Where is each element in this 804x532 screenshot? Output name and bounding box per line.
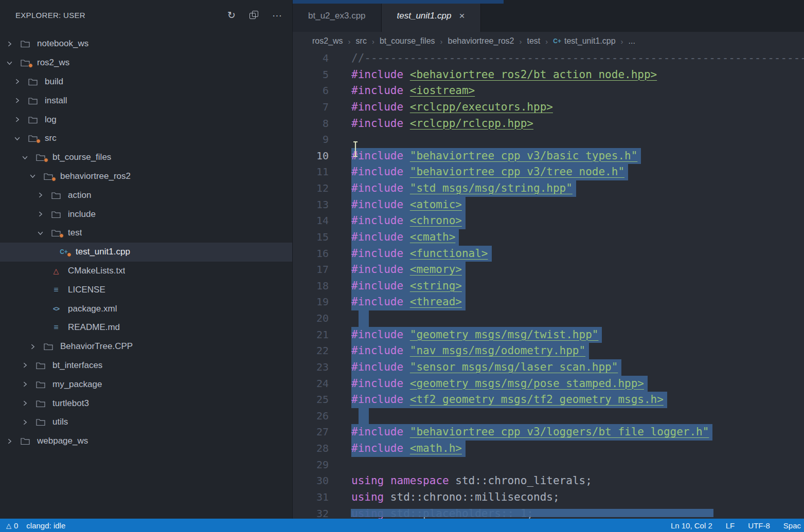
tab-test_unit1.cpp[interactable]: test_unit1.cpp×	[382, 0, 481, 32]
code-line-22[interactable]: 22#include "nav_msgs/msg/odometry.hpp"	[293, 343, 804, 359]
code-line-20[interactable]: 20	[293, 310, 804, 327]
chevron-right-icon[interactable]	[14, 97, 27, 104]
code-line-30[interactable]: 30using namespace std::chrono_literals;	[293, 473, 804, 489]
code-line-28[interactable]: 28#include <math.h>	[293, 441, 804, 457]
code-line-19[interactable]: 19#include <thread>	[293, 294, 804, 310]
code-text[interactable]: #include <rclcpp/executors.hpp>	[351, 99, 553, 116]
chevron-right-icon[interactable]	[6, 41, 20, 47]
code-line-18[interactable]: 18#include <string>	[293, 278, 804, 295]
breadcrumb-item-test[interactable]: test	[527, 36, 541, 46]
chevron-right-icon[interactable]	[29, 343, 43, 350]
code-text[interactable]: #include "behaviortree_cpp_v3/tree_node.…	[351, 164, 628, 180]
chevron-down-icon[interactable]	[29, 173, 43, 179]
code-line-8[interactable]: 8#include <rclcpp/rclcpp.hpp>	[293, 116, 804, 132]
tree-folder-BehaviorTree.CPP[interactable]: BehaviorTree.CPP	[0, 337, 292, 356]
tree-file-test_unit1.cpp[interactable]: C+test_unit1.cpp	[0, 243, 292, 262]
status-lf[interactable]: LF	[726, 521, 735, 530]
refresh-icon[interactable]: ↻	[227, 10, 236, 20]
horizontal-scrollbar[interactable]	[351, 509, 713, 517]
chevron-down-icon[interactable]	[37, 230, 50, 236]
status-clangd-idle[interactable]: clangd: idle	[26, 521, 65, 530]
tree-file-CMakeLists.txt[interactable]: △CMakeLists.txt	[0, 262, 292, 281]
code-text[interactable]: #include <iostream>	[351, 83, 475, 99]
tree-folder-utils[interactable]: utils	[0, 413, 292, 432]
code-text[interactable]: #include <geometry_msgs/msg/pose_stamped…	[351, 376, 648, 392]
chevron-right-icon[interactable]	[14, 78, 27, 85]
code-text[interactable]: #include <string>	[351, 278, 466, 295]
tab-bt_u2_ex3.cpp[interactable]: bt_u2_ex3.cpp	[293, 0, 382, 32]
code-line-9[interactable]: 9	[293, 132, 804, 148]
breadcrumb-item-ros2_ws[interactable]: ros2_ws	[312, 36, 343, 46]
tree-folder-log[interactable]: log	[0, 110, 292, 129]
code-text[interactable]: //--------------------------------------…	[351, 50, 804, 67]
chevron-down-icon[interactable]	[14, 135, 27, 142]
code-line-23[interactable]: 23#include "sensor_msgs/msg/laser_scan.h…	[293, 359, 804, 376]
tree-folder-webpage_ws[interactable]: webpage_ws	[0, 432, 292, 451]
chevron-down-icon[interactable]	[22, 154, 35, 161]
tree-folder-test[interactable]: test	[0, 224, 292, 243]
tree-folder-include[interactable]: include	[0, 205, 292, 224]
code-text[interactable]: #include <memory>	[351, 262, 466, 278]
chevron-right-icon[interactable]	[14, 116, 27, 123]
code-line-13[interactable]: 13#include <atomic>	[293, 197, 804, 213]
code-line-15[interactable]: 15#include <cmath>	[293, 229, 804, 246]
tree-folder-install[interactable]: install	[0, 91, 292, 110]
code-text[interactable]: #include <rclcpp/rclcpp.hpp>	[351, 116, 533, 132]
tree-folder-bt_interfaces[interactable]: bt_interfaces	[0, 356, 292, 375]
tree-folder-bt_course_files[interactable]: bt_course_files	[0, 148, 292, 167]
tree-file-LICENSE[interactable]: ≡LICENSE	[0, 280, 292, 299]
code-text[interactable]: using std::chrono::milliseconds;	[351, 489, 560, 506]
tree-folder-my_package[interactable]: my_package	[0, 375, 292, 394]
tree-folder-notebook_ws[interactable]: notebook_ws	[0, 34, 292, 53]
code-line-26[interactable]: 26	[293, 408, 804, 425]
code-text[interactable]: #include "geometry_msgs/msg/twist.hpp"	[351, 327, 602, 343]
chevron-right-icon[interactable]	[22, 362, 35, 369]
code-text[interactable]: #include <math.h>	[351, 441, 466, 457]
code-text[interactable]: #include <cmath>	[351, 229, 459, 246]
code-text[interactable]: #include <atomic>	[351, 197, 466, 213]
chevron-right-icon[interactable]	[37, 192, 50, 198]
tree-folder-action[interactable]: action	[0, 186, 292, 205]
chevron-right-icon[interactable]	[22, 381, 35, 388]
breadcrumb-item-test_unit1.cpp[interactable]: C+test_unit1.cpp	[553, 36, 615, 46]
chevron-right-icon[interactable]	[22, 419, 35, 426]
code-line-17[interactable]: 17#include <memory>	[293, 262, 804, 278]
code-text[interactable]: #include "sensor_msgs/msg/laser_scan.hpp…	[351, 359, 621, 376]
close-icon[interactable]: ×	[459, 10, 464, 22]
code-line-4[interactable]: 4//-------------------------------------…	[293, 50, 804, 67]
code-line-25[interactable]: 25#include <tf2_geometry_msgs/tf2_geomet…	[293, 392, 804, 408]
status-ln-10-col-2[interactable]: Ln 10, Col 2	[671, 521, 712, 530]
code-line-21[interactable]: 21#include "geometry_msgs/msg/twist.hpp"	[293, 327, 804, 343]
code-line-16[interactable]: 16#include <functional>	[293, 246, 804, 262]
code-text[interactable]: #include <tf2_geometry_msgs/tf2_geometry…	[351, 392, 667, 408]
code-text[interactable]: #include <thread>	[351, 294, 466, 310]
code-line-10[interactable]: 10#include "behaviortree_cpp_v3/basic_ty…	[293, 148, 804, 164]
tree-file-README.md[interactable]: ≡README.md	[0, 318, 292, 337]
code-line-14[interactable]: 14#include <chrono>	[293, 213, 804, 229]
tree-folder-ros2_ws[interactable]: ros2_ws	[0, 53, 292, 72]
chevron-down-icon[interactable]	[6, 60, 20, 66]
breadcrumb-item-behaviortree_ros2[interactable]: behaviortree_ros2	[448, 36, 514, 46]
code-text[interactable]: #include "std_msgs/msg/string.hpp"	[351, 180, 576, 197]
code-line-6[interactable]: 6#include <iostream>	[293, 83, 804, 99]
chevron-right-icon[interactable]	[22, 400, 35, 407]
tree-folder-behaviortree_ros2[interactable]: behaviortree_ros2	[0, 167, 292, 186]
breadcrumb-item-src[interactable]: src	[356, 36, 367, 46]
code-text[interactable]: #include "behaviortree_cpp_v3/loggers/bt…	[351, 424, 712, 441]
code-text[interactable]	[359, 408, 369, 425]
code-text[interactable]	[359, 310, 369, 327]
code-line-5[interactable]: 5#include <behaviortree_ros2/bt_action_n…	[293, 67, 804, 83]
code-text[interactable]: #include <chrono>	[351, 213, 466, 229]
chevron-right-icon[interactable]	[6, 438, 20, 445]
code-line-29[interactable]: 29	[293, 457, 804, 473]
tree-folder-src[interactable]: src	[0, 129, 292, 148]
code-area[interactable]: 4//-------------------------------------…	[293, 50, 804, 519]
breadcrumb-item-...[interactable]: ...	[629, 36, 635, 46]
code-line-11[interactable]: 11#include "behaviortree_cpp_v3/tree_nod…	[293, 164, 804, 180]
code-text[interactable]: #include "behaviortree_cpp_v3/basic_type…	[351, 148, 641, 164]
code-text[interactable]: #include <functional>	[351, 246, 492, 262]
tree-folder-turtlebot3[interactable]: turtlebot3	[0, 394, 292, 413]
status-warning[interactable]: △0	[6, 521, 18, 530]
tree-folder-build[interactable]: build	[0, 72, 292, 91]
status-utf-8[interactable]: UTF-8	[748, 521, 770, 530]
